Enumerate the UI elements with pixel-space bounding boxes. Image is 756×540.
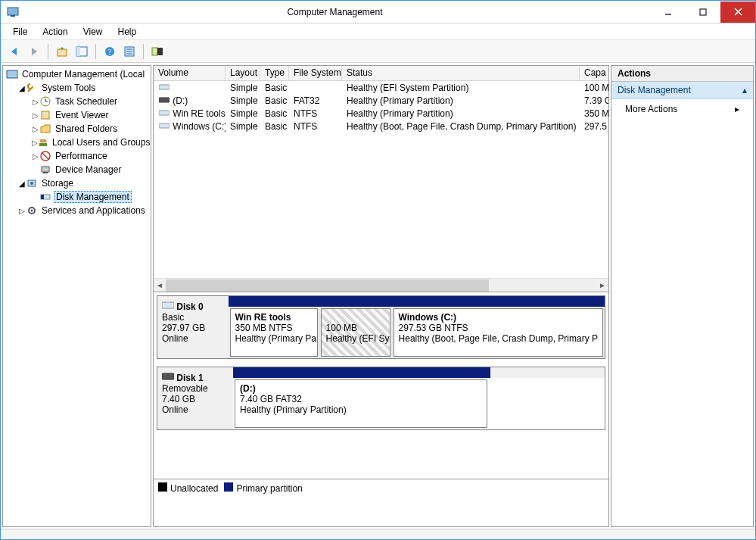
scroll-right-icon[interactable]: ► xyxy=(596,279,608,292)
minimize-button[interactable] xyxy=(651,2,686,23)
svg-point-34 xyxy=(31,210,33,212)
chevron-right-icon[interactable]: ▷ xyxy=(32,139,38,147)
chevron-down-icon[interactable]: ◢ xyxy=(18,84,26,92)
close-button[interactable] xyxy=(720,2,755,23)
svg-rect-40 xyxy=(162,373,174,379)
svg-rect-39 xyxy=(162,302,174,308)
chevron-right-icon[interactable]: ▷ xyxy=(32,152,39,161)
svg-point-30 xyxy=(30,182,33,185)
svg-rect-38 xyxy=(159,123,170,128)
tree-root[interactable]: Computer Management (Local xyxy=(3,67,151,81)
col-capacity[interactable]: Capa xyxy=(580,66,608,80)
chevron-right-icon[interactable]: ▷ xyxy=(18,207,26,215)
svg-rect-8 xyxy=(76,47,80,56)
removable-disk-icon xyxy=(162,372,174,381)
legend: Unallocated Primary partition xyxy=(154,479,608,497)
tree-device-manager[interactable]: ▷ Device Manager xyxy=(3,163,151,176)
svg-text:?: ? xyxy=(108,48,112,56)
storage-icon xyxy=(26,177,38,189)
tree-system-tools[interactable]: ◢ System Tools xyxy=(3,81,151,95)
tree-disk-management[interactable]: ▷ Disk Management xyxy=(3,190,151,204)
col-fs[interactable]: File System xyxy=(289,66,342,80)
svg-rect-17 xyxy=(7,70,17,78)
horizontal-scrollbar[interactable]: ◄ ► xyxy=(154,278,608,292)
scrollbar-thumb[interactable] xyxy=(166,279,489,292)
menu-help[interactable]: Help xyxy=(112,25,143,39)
tree-performance[interactable]: ▷ Performance xyxy=(3,149,151,163)
navigation-tree[interactable]: Computer Management (Local ◢ System Tool… xyxy=(2,65,151,527)
disk-icon xyxy=(162,301,174,310)
users-icon xyxy=(38,136,48,148)
forward-button[interactable] xyxy=(25,42,43,61)
menu-view[interactable]: View xyxy=(77,25,109,39)
table-row[interactable]: (D:) Simple Basic FAT32 Healthy (Primary… xyxy=(154,94,608,107)
refresh-button[interactable] xyxy=(148,42,166,61)
mmc-icon xyxy=(6,68,18,80)
window: Computer Management File Action View Hel… xyxy=(0,0,756,540)
disk0-row[interactable]: Disk 0 Basic 297.97 GB Online Win RE too… xyxy=(157,295,605,359)
back-button[interactable] xyxy=(5,42,23,61)
show-hide-tree-button[interactable] xyxy=(73,42,91,61)
main-panel: Volume Layout Type File System Status Ca… xyxy=(153,65,609,527)
col-volume[interactable]: Volume xyxy=(154,66,226,80)
partition-win-re[interactable]: Win RE tools 350 MB NTFS Healthy (Primar… xyxy=(230,308,318,357)
app-icon xyxy=(7,6,19,18)
folder-icon xyxy=(39,123,51,135)
drive-icon xyxy=(158,83,170,91)
disk1-row[interactable]: Disk 1 Removable 7.40 GB Online (D:) 7.4… xyxy=(157,367,605,430)
menu-file[interactable]: File xyxy=(7,25,33,39)
table-row[interactable]: Windows (C:) Simple Basic NTFS Healthy (… xyxy=(154,120,608,133)
tree-shared-folders[interactable]: ▷ Shared Folders xyxy=(3,122,151,136)
partition-efi[interactable]: 100 MB Healthy (EFI Sys xyxy=(321,308,390,357)
statusbar xyxy=(1,529,755,539)
disk-graphic-panel: Disk 0 Basic 297.97 GB Online Win RE too… xyxy=(154,292,608,479)
drive-icon xyxy=(158,109,170,117)
scroll-left-icon[interactable]: ◄ xyxy=(154,279,166,292)
swatch-unallocated xyxy=(158,482,167,492)
menu-action[interactable]: Action xyxy=(36,25,73,39)
table-row[interactable]: Win RE tools Simple Basic NTFS Healthy (… xyxy=(154,107,608,120)
up-button[interactable] xyxy=(53,42,71,61)
performance-icon xyxy=(39,150,51,162)
event-icon xyxy=(39,109,51,121)
svg-rect-21 xyxy=(42,111,49,119)
help-button[interactable]: ? xyxy=(101,42,119,61)
svg-rect-6 xyxy=(58,49,67,56)
swatch-primary xyxy=(224,482,233,492)
col-type[interactable]: Type xyxy=(260,66,289,80)
table-row[interactable]: Simple Basic Healthy (EFI System Partiti… xyxy=(154,81,608,94)
svg-rect-16 xyxy=(157,48,163,55)
col-status[interactable]: Status xyxy=(342,66,580,80)
col-layout[interactable]: Layout xyxy=(226,66,260,80)
volume-list-header: Volume Layout Type File System Status Ca… xyxy=(154,66,608,81)
tree-services[interactable]: ▷ Services and Applications xyxy=(3,204,151,217)
actions-header: Actions xyxy=(611,66,753,82)
content-body: Computer Management (Local ◢ System Tool… xyxy=(1,63,755,529)
tree-local-users[interactable]: ▷ Local Users and Groups xyxy=(3,136,151,149)
chevron-right-icon[interactable]: ▷ xyxy=(32,125,39,133)
tree-event-viewer[interactable]: ▷ Event Viewer xyxy=(3,108,151,122)
disk-header-band xyxy=(229,296,605,307)
device-icon xyxy=(39,164,51,176)
svg-rect-15 xyxy=(152,48,157,55)
disk1-info: Disk 1 Removable 7.40 GB Online xyxy=(157,367,233,429)
titlebar: Computer Management xyxy=(1,1,755,23)
disk-icon xyxy=(39,191,51,203)
svg-point-23 xyxy=(43,139,47,143)
disk0-info: Disk 0 Basic 297.97 GB Online xyxy=(157,296,229,358)
maximize-button[interactable] xyxy=(686,2,720,23)
properties-button[interactable] xyxy=(120,42,138,61)
partition-windows-c[interactable]: Windows (C:) 297.53 GB NTFS Healthy (Boo… xyxy=(394,308,603,357)
chevron-down-icon[interactable]: ◢ xyxy=(18,179,26,188)
chevron-right-icon[interactable]: ▷ xyxy=(32,111,39,120)
chevron-right-icon[interactable]: ▷ xyxy=(32,98,39,106)
collapse-icon: ▴ xyxy=(742,85,747,95)
menubar: File Action View Help xyxy=(1,23,755,40)
tree-storage[interactable]: ◢ Storage xyxy=(3,176,151,190)
volume-list[interactable]: Simple Basic Healthy (EFI System Partiti… xyxy=(154,81,608,278)
partition-d[interactable]: (D:) 7.40 GB FAT32 Healthy (Primary Part… xyxy=(235,379,487,428)
actions-section-disk-management[interactable]: Disk Management ▴ xyxy=(611,82,753,99)
svg-rect-24 xyxy=(39,143,47,146)
tree-task-scheduler[interactable]: ▷ Task Scheduler xyxy=(3,95,151,108)
actions-more[interactable]: More Actions ▸ xyxy=(611,99,753,119)
